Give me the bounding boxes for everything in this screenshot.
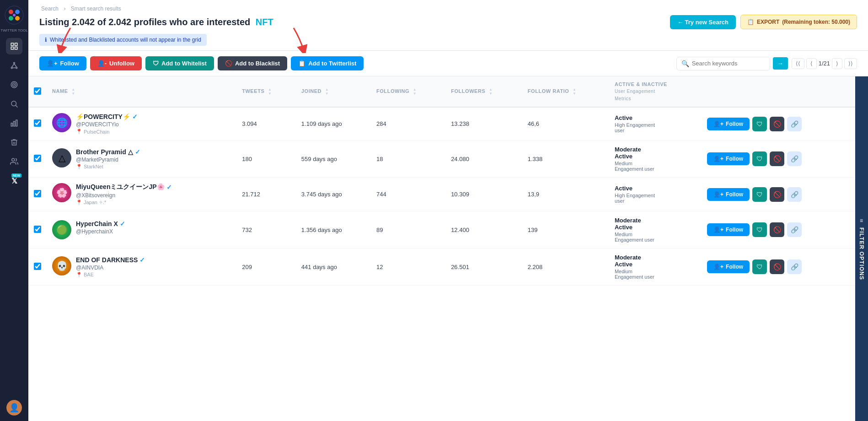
row-actions-4: 👤+ Follow 🛡 🚫 🔗 — [702, 211, 855, 248]
breadcrumb: Search › Smart search results — [39, 5, 857, 12]
row-link-button-4[interactable]: 🔗 — [787, 222, 802, 237]
row-follow-icon: 👤+ — [713, 121, 723, 127]
results-table: NAME ▲▼ TWEETS ▲▼ JOINED ▲▼ FOLLOWING ▲▼ — [28, 76, 855, 286]
row-user-cell: 🟢 HyperChain X ✓ @HyperchainX — [47, 211, 236, 248]
row-whitelist-button-1[interactable]: 🛡 — [752, 117, 767, 131]
user-handle-5[interactable]: @AINVDIA — [76, 264, 145, 271]
row-follow-icon: 👤+ — [713, 264, 723, 270]
row-tweets-4: 732 — [236, 211, 296, 248]
ban-icon: 🚫 — [225, 60, 232, 67]
sidebar-item-x[interactable]: 𝕏 NEW — [6, 173, 22, 189]
filter-options-sidebar[interactable]: ≡ FILTER OPTIONS — [855, 76, 868, 421]
svg-point-10 — [14, 62, 15, 64]
sidebar-item-search[interactable] — [6, 96, 22, 112]
row-blacklist-button-5[interactable]: 🚫 — [770, 259, 784, 274]
row-checkbox-3[interactable] — [34, 190, 41, 197]
blacklist-label: Add to Blacklist — [235, 60, 280, 67]
row-checkbox-cell — [28, 178, 47, 211]
row-tweets-3: 21.712 — [236, 178, 296, 211]
pagination-first-button[interactable]: ⟨⟨ — [792, 58, 804, 69]
row-link-button-3[interactable]: 🔗 — [787, 187, 802, 202]
pagination-info: 1/21 — [819, 60, 830, 67]
row-link-button-5[interactable]: 🔗 — [787, 259, 802, 274]
user-name-4: HyperChain X ✓ — [76, 220, 125, 227]
row-follow-button-3[interactable]: 👤+ Follow — [707, 188, 750, 201]
row-checkbox-5[interactable] — [34, 263, 41, 270]
export-button[interactable]: 📋 EXPORT (Remaining token: 50.000) — [740, 15, 857, 29]
svg-rect-21 — [11, 123, 12, 126]
row-following-4: 89 — [371, 211, 445, 248]
follow-button[interactable]: 👤+ Follow — [39, 56, 86, 70]
add-to-blacklist-button[interactable]: 🚫 Add to Blacklist — [218, 56, 287, 70]
row-whitelist-button-3[interactable]: 🛡 — [752, 187, 767, 202]
row-checkbox-cell — [28, 140, 47, 178]
row-checkbox-cell — [28, 211, 47, 248]
row-blacklist-button-4[interactable]: 🚫 — [770, 222, 784, 237]
keyword-search-area: 🔍 → — [676, 57, 788, 70]
col-followers: FOLLOWERS ▲▼ — [445, 76, 522, 107]
add-to-whitelist-button[interactable]: 🛡 Add to Whitelist — [145, 56, 214, 70]
row-follow-button-5[interactable]: 👤+ Follow — [707, 260, 750, 273]
sidebar-item-analytics[interactable] — [6, 115, 22, 131]
row-blacklist-button-1[interactable]: 🚫 — [770, 117, 784, 131]
engagement-status-1: Active — [615, 114, 696, 121]
app-logo[interactable] — [5, 5, 24, 25]
search-input[interactable] — [692, 60, 765, 67]
row-followers-2: 24.080 — [445, 140, 522, 178]
pagination-prev-button[interactable]: ⟨ — [806, 58, 817, 69]
row-link-button-2[interactable]: 🔗 — [787, 151, 802, 166]
export-tokens: (Remaining token: 50.000) — [782, 19, 850, 25]
row-link-button-1[interactable]: 🔗 — [787, 117, 802, 131]
user-handle-2[interactable]: @MarketPyramid — [76, 157, 140, 163]
sidebar-item-trash[interactable] — [6, 134, 22, 151]
info-banner: ℹ Whitelisted and Blacklisted accounts w… — [39, 34, 207, 46]
svg-point-5 — [13, 14, 16, 16]
sidebar-item-network[interactable] — [6, 57, 22, 74]
svg-line-20 — [16, 105, 17, 107]
table-row: 🌐 ⚡POWERCITY⚡ ✓ @POWERCITYio 📍PulseChain… — [28, 107, 855, 140]
row-following-2: 18 — [371, 140, 445, 178]
row-user-cell: 💀 END OF DARKNESS ✓ @AINVDIA 📍BAE — [47, 248, 236, 286]
user-handle-1[interactable]: @POWERCITYio — [76, 121, 138, 128]
breadcrumb-search[interactable]: Search — [41, 5, 59, 12]
row-checkbox-1[interactable] — [34, 119, 41, 127]
row-engagement-5: ModerateActive MediumEngagement user — [609, 248, 702, 286]
row-follow-button-1[interactable]: 👤+ Follow — [707, 118, 750, 130]
row-follow-ratio-5: 2.208 — [522, 248, 609, 286]
row-whitelist-button-4[interactable]: 🛡 — [752, 222, 767, 237]
info-text: Whitelisted and Blacklisted accounts wil… — [50, 37, 201, 43]
row-blacklist-button-3[interactable]: 🚫 — [770, 187, 784, 202]
search-go-button[interactable]: → — [773, 57, 788, 70]
row-engagement-1: Active High Engagementuser — [609, 107, 702, 140]
app-name: TWITTER TOOL — [0, 28, 27, 32]
row-whitelist-button-5[interactable]: 🛡 — [752, 259, 767, 274]
engagement-label-3: High Engagementuser — [615, 193, 696, 204]
sidebar-item-grid[interactable] — [6, 38, 22, 54]
row-whitelist-button-2[interactable]: 🛡 — [752, 151, 767, 166]
pagination-next-button[interactable]: ⟩ — [832, 58, 842, 69]
try-new-search-button[interactable]: ← Try new Search — [670, 15, 736, 29]
user-handle-3[interactable]: @XBitsovereign — [76, 192, 172, 199]
user-handle-4[interactable]: @HyperchainX — [76, 228, 125, 235]
row-follow-button-2[interactable]: 👤+ Follow — [707, 152, 750, 165]
list-icon: 📋 — [298, 60, 305, 67]
user-avatar[interactable]: 👤 — [6, 400, 22, 416]
row-blacklist-button-2[interactable]: 🚫 — [770, 151, 784, 166]
sidebar-item-target[interactable] — [6, 76, 22, 93]
unfollow-button[interactable]: 👤- Unfollow — [90, 56, 142, 70]
svg-rect-7 — [15, 43, 17, 45]
info-icon: ℹ — [45, 37, 47, 43]
pagination-last-button[interactable]: ⟩⟩ — [844, 58, 857, 69]
add-to-twitterlist-button[interactable]: 📋 Add to Twitterlist — [291, 56, 364, 70]
row-joined-5: 441 days ago — [296, 248, 371, 286]
select-all-checkbox[interactable] — [34, 87, 41, 95]
row-user-cell: △ Brother Pyramid △ ✓ @MarketPyramid 📍St… — [47, 140, 236, 178]
svg-rect-6 — [11, 43, 13, 45]
sidebar-item-users[interactable] — [6, 153, 22, 170]
row-follow-button-4[interactable]: 👤+ Follow — [707, 223, 750, 236]
user-avatar-5: 💀 — [52, 256, 71, 275]
row-checkbox-2[interactable] — [34, 155, 41, 162]
row-checkbox-4[interactable] — [34, 226, 41, 233]
header-actions: ← Try new Search 📋 EXPORT (Remaining tok… — [670, 15, 857, 29]
table-container: NAME ▲▼ TWEETS ▲▼ JOINED ▲▼ FOLLOWING ▲▼ — [28, 76, 855, 421]
